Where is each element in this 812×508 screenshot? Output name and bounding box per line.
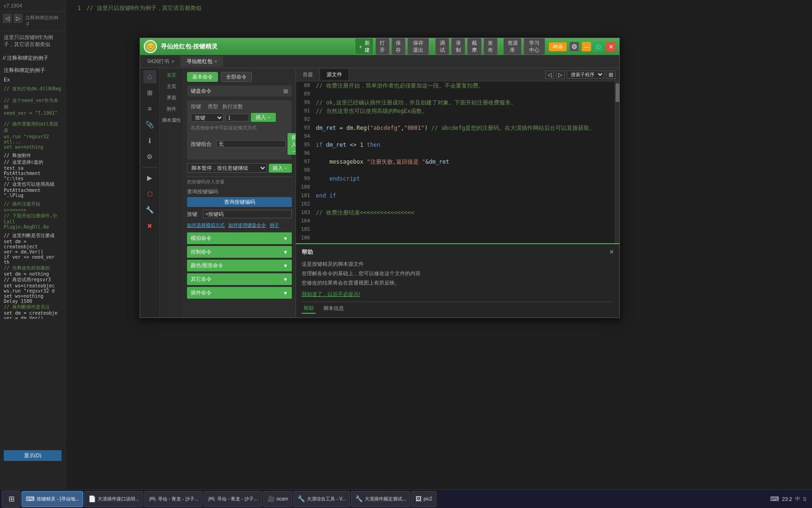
settings-icon-btn[interactable]: ⚙ <box>570 42 579 51</box>
insert-btn-3[interactable]: 插入→ <box>269 164 292 173</box>
taskbar-item-1[interactable]: 📄 大漠插件接口说明... <box>84 491 143 507</box>
taskbar-item-4[interactable]: 🎥 ocam <box>263 491 292 507</box>
basic-cmd-tab[interactable]: 基本命令 <box>187 72 218 82</box>
insert-btn-2[interactable]: 插入→ <box>288 133 296 155</box>
taskbar-item-2[interactable]: 🎮 寻仙 - 青龙 - 沙子... <box>144 491 203 507</box>
file-tab-close[interactable]: × <box>171 58 174 65</box>
run-icon-btn[interactable]: ▶ <box>143 171 156 184</box>
new-btn[interactable]: ＋ 新建 <box>355 38 374 55</box>
resources-btn[interactable]: 资源库 <box>503 38 521 55</box>
all-cmd-tab[interactable]: 全部命令 <box>221 72 252 82</box>
tray-ime[interactable]: S <box>803 496 806 502</box>
plugin-titlebar: 😊 寻仙抢红包-按键精灵 ＋ 新建 打开 保存 保存退出 调试 录制 截摩 发布… <box>140 38 619 55</box>
key-type-select[interactable]: 按键 <box>191 113 224 122</box>
plugin-tab[interactable]: 寻仙抢红包 × <box>181 56 223 67</box>
other-cmd-btn[interactable]: 其它命令▼ <box>187 273 292 285</box>
info-icon-btn[interactable]: ℹ <box>143 134 156 147</box>
editor-grid-btn[interactable]: ⊞ <box>606 71 616 79</box>
taskbar-item-3[interactable]: 🎮 寻仙 - 青龙 - 沙子... <box>203 491 262 507</box>
code-icon-btn[interactable]: ⊞ <box>143 86 156 99</box>
taskbar-item-1-label: 大漠插件接口说明... <box>98 496 139 502</box>
v-scroll-thumb[interactable] <box>616 83 619 102</box>
debug2-icon-btn[interactable]: 🔧 <box>143 203 156 216</box>
how-use-link[interactable]: 如何使用键盘命令 <box>228 222 266 229</box>
tray-keyboard-icon[interactable]: ⌨ <box>770 495 779 502</box>
attach-icon-btn[interactable]: 📎 <box>143 118 156 131</box>
close-btn[interactable]: ✕ <box>606 42 616 51</box>
open-btn[interactable]: 打开 <box>375 38 390 55</box>
nav-back-btn[interactable]: ◁ <box>3 14 12 23</box>
editor-body[interactable]: 88 // 收费注册开始，简单游作者也必须要加这一段。不会重复扣费。 89 90… <box>296 81 619 243</box>
editor-line-106: 106 <box>296 234 615 242</box>
key-input-main-row: 按键 <box>187 210 292 218</box>
nav-forward-btn[interactable]: ▷ <box>14 14 23 23</box>
v-scrollbar[interactable] <box>615 81 619 243</box>
sidebar-label-attach[interactable]: 附件 <box>166 104 177 114</box>
key-code-input[interactable] <box>203 210 292 218</box>
key-combo-label: 按键组合 <box>191 141 214 148</box>
props-icon-btn[interactable]: ⚙ <box>143 150 156 163</box>
plugin-cmd-btn[interactable]: 插件命令▼ <box>187 287 292 299</box>
keyboard-expand-icon[interactable]: ⊠ <box>283 88 288 95</box>
show-button[interactable]: 显示(D) <box>4 450 62 461</box>
taskbar-item-3-icon: 🎮 <box>208 495 215 502</box>
insert-btn-1[interactable]: 插入→ <box>251 113 276 122</box>
capture-btn[interactable]: 截摩 <box>467 38 481 55</box>
editor-tab-source[interactable]: 源文件 <box>320 69 349 80</box>
plugin-window: 😊 寻仙抢红包-按键精灵 ＋ 新建 打开 保存 保存退出 调试 录制 截摩 发布… <box>140 38 620 318</box>
color-cmd-btn[interactable]: 颜色/图形命令▼ <box>187 260 292 271</box>
maximize-btn[interactable]: □ <box>594 42 603 51</box>
example-link[interactable]: 例子 <box>270 222 279 229</box>
mode-section-label: 在其他命令中可以设定模式方式 <box>191 125 288 131</box>
sidebar-label-ui[interactable]: 界面 <box>166 93 177 103</box>
taskbar-item-6[interactable]: 🔧 大漠插件频定测试... <box>351 491 410 507</box>
minimize-btn[interactable]: — <box>582 42 591 51</box>
control-cmd-btn[interactable]: 控制命令▼ <box>187 246 292 258</box>
sidebar-label-home[interactable]: 首页 <box>166 70 177 80</box>
var-section-label: 把按键码存入变量 <box>187 176 292 185</box>
help-panel-close[interactable]: × <box>609 248 614 256</box>
editor-line-94: 94 <box>296 132 615 141</box>
tray-lang[interactable]: 中 <box>795 495 800 502</box>
key-combo-input[interactable] <box>216 140 286 148</box>
sidebar-item-open[interactable]: 注释和绑定的例子 <box>0 65 65 75</box>
editor-nav-next[interactable]: ▷ <box>556 71 565 79</box>
simulate-cmd-btn[interactable]: 模拟命令▼ <box>187 232 292 244</box>
sidebar-version: v7.1904 <box>0 0 65 12</box>
taskbar-item-7[interactable]: 🖼 pic2 <box>411 491 436 507</box>
plugin-tab-close[interactable]: × <box>214 58 218 65</box>
taskbar-item-7-icon: 🖼 <box>415 495 422 502</box>
tray-time: 23:2 <box>782 496 792 502</box>
bug-icon-btn[interactable]: ✖ <box>143 219 156 232</box>
record-btn[interactable]: 录制 <box>451 38 465 55</box>
taskbar-item-5-icon: 🔧 <box>297 495 305 502</box>
editor-line-97: 97 messagebox "注册失败,返回值是 "&dm_ret <box>296 158 615 166</box>
file-tab[interactable]: 0426打书 × <box>142 56 181 67</box>
save-btn[interactable]: 保存 <box>391 38 406 55</box>
sidebar-label-props[interactable]: 脚本属性 <box>161 115 182 126</box>
how-to-link[interactable]: 如何选择模拟方式 <box>187 222 225 229</box>
subroutine-dropdown[interactable]: 搜索子程序 <box>567 71 604 79</box>
publish-btn[interactable]: 发布 <box>484 38 498 55</box>
editor-nav-prev[interactable]: ◁ <box>545 71 554 79</box>
query-section: 查询按键编码 查询按键编码 <box>187 188 292 207</box>
debug-btn[interactable]: 调试 <box>435 38 449 55</box>
help-tab-1[interactable]: 帮助 <box>302 304 316 314</box>
sidebar-item-ex[interactable]: Ex <box>0 75 65 84</box>
list-icon-btn[interactable]: ≡ <box>143 102 156 115</box>
query-btn[interactable]: 查询按键编码 <box>187 197 292 207</box>
learn-btn[interactable]: 学习中心 <box>523 38 545 55</box>
taskbar-item-5[interactable]: 🔧 大漠综合工具 - V... <box>293 491 350 507</box>
taskbar-item-0[interactable]: ⌨ 按键精灵 - [寻仙地... <box>22 491 83 507</box>
help-tab-2[interactable]: 脚本信息 <box>321 304 346 314</box>
stop-icon-btn[interactable]: ⬡ <box>143 187 156 200</box>
help-dismiss-link[interactable]: 我知道了，以后不必提示! <box>302 289 614 299</box>
start-btn[interactable]: ⊞ <box>2 491 21 508</box>
editor-tab-main[interactable]: 首篇 <box>296 69 320 80</box>
script-stop-select[interactable]: 脚本暂停，按任意键继续 <box>187 163 267 173</box>
save-exit-btn[interactable]: 保存退出 <box>407 38 429 55</box>
count-label: 执行次数 <box>222 103 243 110</box>
sidebar-label-main[interactable]: 主页 <box>166 81 177 92</box>
home-icon-btn[interactable]: ⌂ <box>143 70 156 83</box>
key-count-input[interactable] <box>226 114 249 121</box>
